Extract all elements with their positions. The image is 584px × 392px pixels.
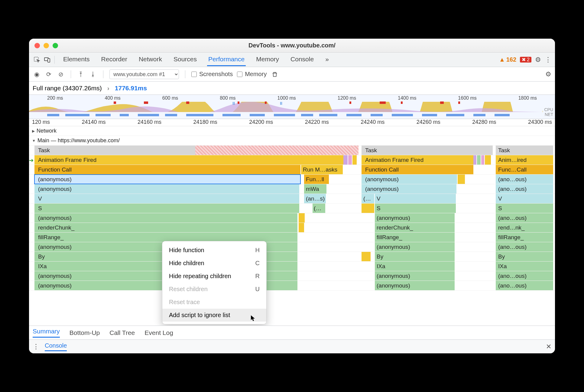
tab-elements[interactable]: Elements xyxy=(62,53,91,66)
flame-row[interactable]: IXa IXa IXa xyxy=(29,262,555,271)
timeline-overview[interactable]: 200 ms 400 ms 600 ms 800 ms 1000 ms 1200… xyxy=(29,95,555,119)
flame-row[interactable]: Task Task Task xyxy=(29,146,555,155)
inspect-icon[interactable] xyxy=(33,56,41,64)
cursor-icon xyxy=(251,315,256,322)
flamechart-area[interactable]: 120 ms24140 ms24160 ms24180 ms24200 ms24… xyxy=(29,119,555,326)
separator xyxy=(103,70,103,78)
flame-row[interactable]: (anonymous) (anonymous) (ano…ous) xyxy=(29,281,555,291)
svg-rect-2 xyxy=(48,59,50,62)
overview-marks xyxy=(29,101,543,104)
tab-performance[interactable]: Performance xyxy=(207,53,246,66)
drawer-menu-icon[interactable]: ⋮ xyxy=(33,343,39,351)
tab-console[interactable]: Console xyxy=(289,53,315,66)
reload-icon[interactable]: ⟳ xyxy=(45,70,53,78)
svg-rect-8 xyxy=(349,101,351,104)
flame-row-selected[interactable]: (anonymous) Fun…ll (anonymous) (ano…ous) xyxy=(29,175,555,184)
overview-ticks: 200 ms 400 ms 600 ms 800 ms 1000 ms 1200… xyxy=(29,95,555,101)
chevron-right-icon: › xyxy=(107,85,109,92)
separator xyxy=(54,56,55,64)
console-drawer: ⋮ Console ✕ xyxy=(29,339,555,353)
svg-rect-13 xyxy=(47,114,59,116)
titlebar: DevTools - www.youtube.com/ xyxy=(29,39,555,53)
svg-rect-26 xyxy=(371,114,383,116)
errors-count: 2 xyxy=(527,57,530,63)
tab-recorder[interactable]: Recorder xyxy=(100,53,128,66)
ctx-hide-children[interactable]: Hide childrenC xyxy=(162,257,266,270)
flame-row[interactable]: renderChunk_ renderChunk_ rend…nk_ xyxy=(29,223,555,233)
flame-row[interactable]: (anonymous) mWa (anonymous) (ano…ous) xyxy=(29,184,555,194)
selected-range[interactable]: 1776.91ms xyxy=(115,85,147,92)
detail-ticks: 120 ms24140 ms24160 ms24180 ms24200 ms24… xyxy=(29,119,555,126)
svg-rect-6 xyxy=(238,101,239,104)
svg-rect-18 xyxy=(165,114,177,116)
tab-event-log[interactable]: Event Log xyxy=(144,329,173,336)
svg-rect-10 xyxy=(401,101,403,104)
svg-rect-14 xyxy=(65,114,89,116)
svg-rect-29 xyxy=(446,114,464,116)
tab-sources[interactable]: Sources xyxy=(172,53,198,66)
svg-rect-22 xyxy=(274,114,295,116)
tab-network[interactable]: Network xyxy=(138,53,163,66)
pause-marker-icon: ⏸ xyxy=(279,101,283,106)
perf-settings-icon[interactable]: ⚙ xyxy=(545,70,551,78)
tabbar-right: ▲ 162 ✖ 2 ⚙ ⋮ xyxy=(499,56,551,64)
full-range[interactable]: Full range (34307.26ms) xyxy=(33,85,102,92)
kebab-menu-icon[interactable]: ⋮ xyxy=(545,56,551,64)
pause-marker-icon: ⏸ xyxy=(232,101,236,106)
window-title: DevTools - www.youtube.com/ xyxy=(29,42,555,49)
tab-call-tree[interactable]: Call Tree xyxy=(109,329,135,336)
svg-rect-12 xyxy=(458,101,460,104)
upload-icon[interactable]: ⭱ xyxy=(77,70,85,78)
main-track-header[interactable]: Main — https://www.youtube.com/ xyxy=(29,136,555,146)
devtools-window: DevTools - www.youtube.com/ Elements Rec… xyxy=(29,39,555,353)
svg-rect-27 xyxy=(392,114,413,116)
svg-rect-5 xyxy=(186,101,189,104)
tab-overflow[interactable]: » xyxy=(324,53,330,66)
flame-row[interactable]: fillRange_ fillRange_ fillRange_ xyxy=(29,233,555,242)
tab-memory[interactable]: Memory xyxy=(255,53,280,66)
warnings-count: 162 xyxy=(506,56,516,63)
svg-rect-20 xyxy=(222,114,241,116)
ctx-reset-trace: Reset trace xyxy=(162,296,266,309)
svg-rect-21 xyxy=(250,114,265,116)
tab-summary[interactable]: Summary xyxy=(33,328,60,338)
flame-row[interactable]: V (an…s) (… V V xyxy=(29,194,555,204)
device-toggle-icon[interactable] xyxy=(43,56,51,64)
gc-icon[interactable] xyxy=(271,70,279,78)
tab-bottom-up[interactable]: Bottom-Up xyxy=(70,329,100,336)
context-menu: Hide functionH Hide childrenC Hide repea… xyxy=(162,241,267,324)
record-icon[interactable]: ◉ xyxy=(33,70,41,78)
ctx-reset-children: Reset childrenU xyxy=(162,283,266,296)
panel-tabs: Elements Recorder Network Sources Perfor… xyxy=(62,53,330,66)
perf-toolbar: ◉ ⟳ ⊘ ⭱ ⭳ www.youtube.com #1 Screenshots… xyxy=(29,67,555,82)
network-track[interactable]: Network xyxy=(29,126,555,136)
flame-row[interactable]: Function Call Run M…asks Function Call F… xyxy=(29,165,555,175)
flame-row[interactable]: ➔ Animation Frame Fired Animation Frame … xyxy=(29,155,555,165)
svg-rect-15 xyxy=(96,114,111,116)
svg-rect-16 xyxy=(120,114,129,116)
svg-rect-30 xyxy=(473,114,485,116)
console-tab[interactable]: Console xyxy=(45,342,67,351)
screenshots-checkbox[interactable]: Screenshots xyxy=(191,71,233,78)
flame-row[interactable]: (anonymous) (anonymous) (ano…ous) xyxy=(29,213,555,223)
svg-rect-23 xyxy=(301,114,313,116)
overview-labels: CPU NET xyxy=(544,107,553,117)
flame-row[interactable]: (anonymous) (anonymous) (ano…ous) xyxy=(29,242,555,252)
flame-row[interactable]: By By By xyxy=(29,252,555,262)
errors-badge[interactable]: ✖ 2 xyxy=(520,57,531,63)
recording-select[interactable]: www.youtube.com #1 xyxy=(109,69,179,79)
main-tabbar: Elements Recorder Network Sources Perfor… xyxy=(29,53,555,67)
settings-icon[interactable]: ⚙ xyxy=(535,56,541,64)
svg-rect-17 xyxy=(138,114,159,116)
flame-row[interactable]: S (… S S xyxy=(29,204,555,213)
memory-checkbox[interactable]: Memory xyxy=(237,71,267,78)
clear-icon[interactable]: ⊘ xyxy=(57,70,65,78)
ctx-hide-repeating[interactable]: Hide repeating childrenR xyxy=(162,270,266,283)
close-drawer-icon[interactable]: ✕ xyxy=(546,343,551,351)
warnings-badge[interactable]: ▲ 162 xyxy=(499,56,516,63)
separator xyxy=(185,70,185,78)
ctx-hide-function[interactable]: Hide functionH xyxy=(162,244,266,257)
download-icon[interactable]: ⭳ xyxy=(89,70,97,78)
svg-rect-31 xyxy=(495,114,510,116)
flame-row[interactable]: (anonymous) (anonymous) (ano…ous) xyxy=(29,271,555,281)
